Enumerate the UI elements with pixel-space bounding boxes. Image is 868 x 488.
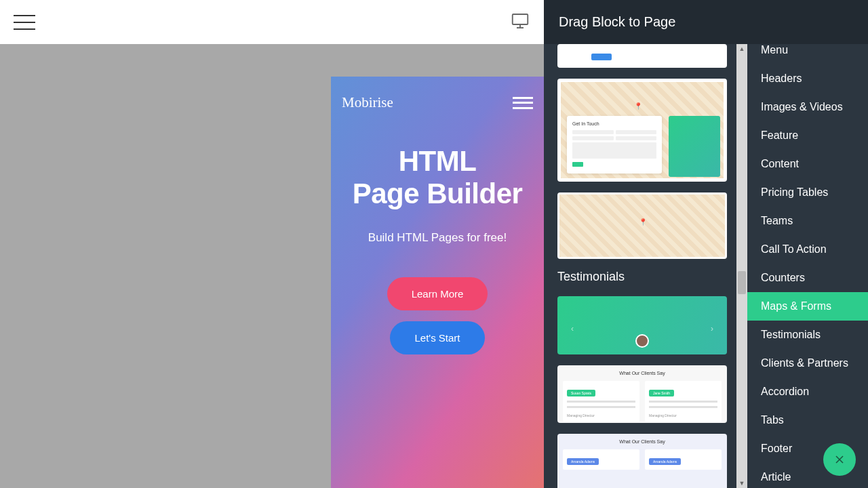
close-panel-button[interactable] [823, 443, 856, 476]
top-toolbar [0, 0, 544, 44]
category-item-menu[interactable]: Menu [747, 44, 868, 64]
hero-button-group: Learn More Let's Start [342, 277, 533, 354]
learn-more-button[interactable]: Learn More [387, 277, 488, 310]
block-thumbnail-testimonial-slider[interactable]: ‹ › [557, 296, 727, 354]
hero-title: HTML Page Builder [342, 145, 533, 211]
category-item-pricing-tables[interactable]: Pricing Tables [747, 178, 868, 207]
category-item-call-to-action[interactable]: Call To Action [747, 235, 868, 264]
category-item-counters[interactable]: Counters [747, 264, 868, 292]
category-item-feature[interactable]: Feature [747, 121, 868, 150]
hero-section: HTML Page Builder Build HTML Pages for f… [331, 111, 544, 354]
preview-header: Mobirise [331, 77, 544, 111]
category-item-testimonials[interactable]: Testimonials [747, 321, 868, 349]
svg-rect-0 [513, 14, 528, 24]
thumb-title: What Our Clients Say [563, 439, 722, 444]
category-item-accordion[interactable]: Accordion [747, 378, 868, 406]
thumb-title: What Our Clients Say [563, 371, 722, 375]
block-thumbnail-form-simple[interactable] [557, 44, 727, 68]
preview-logo[interactable]: Mobirise [342, 94, 393, 111]
category-item-images-videos[interactable]: Images & Videos [747, 93, 868, 121]
block-thumbnail-testimonial-cards-green[interactable]: What Our Clients Say Susan SpratsManagin… [557, 365, 727, 423]
preview-hamburger-icon[interactable] [513, 97, 533, 109]
category-item-maps-forms[interactable]: Maps & Forms [747, 292, 868, 321]
category-list: MenuHeadersImages & VideosFeatureContent… [747, 44, 868, 488]
hero-subtitle: Build HTML Pages for free! [342, 231, 533, 245]
category-item-teams[interactable]: Teams [747, 207, 868, 235]
menu-hamburger-icon[interactable] [14, 15, 35, 30]
thumb-form-title: Get In Touch [572, 121, 656, 126]
category-item-tabs[interactable]: Tabs [747, 406, 868, 434]
chevron-left-icon: ‹ [571, 324, 574, 333]
block-thumbnail-testimonial-cards-blue[interactable]: What Our Clients Say Amanda Adams Amanda… [557, 434, 727, 488]
scroll-up-icon[interactable]: ▲ [736, 44, 747, 54]
lets-start-button[interactable]: Let's Start [390, 321, 484, 354]
scrollbar-thumb[interactable] [738, 271, 746, 294]
mobile-preview: Mobirise HTML Page Builder Build HTML Pa… [331, 77, 544, 488]
block-thumbnail-map-form[interactable]: Get In Touch [557, 79, 727, 182]
avatar [635, 334, 649, 348]
desktop-preview-icon[interactable] [510, 11, 530, 34]
panel-title: Drag Block to Page [544, 0, 868, 44]
category-item-clients-partners[interactable]: Clients & Partners [747, 349, 868, 378]
blocks-panel: Drag Block to Page Get In Touch Testimon… [544, 0, 868, 488]
canvas-area: Mobirise HTML Page Builder Build HTML Pa… [0, 44, 544, 488]
block-thumbnails-column: Get In Touch Testimonials ‹ › What Our C… [544, 44, 747, 488]
category-item-content[interactable]: Content [747, 150, 868, 178]
section-label-testimonials: Testimonials [557, 270, 734, 284]
thumbnails-scrollbar[interactable]: ▲ ▼ [736, 44, 747, 488]
block-thumbnail-map[interactable] [557, 192, 727, 259]
chevron-right-icon: › [711, 324, 713, 333]
scroll-down-icon[interactable]: ▼ [736, 479, 747, 488]
category-item-headers[interactable]: Headers [747, 64, 868, 93]
